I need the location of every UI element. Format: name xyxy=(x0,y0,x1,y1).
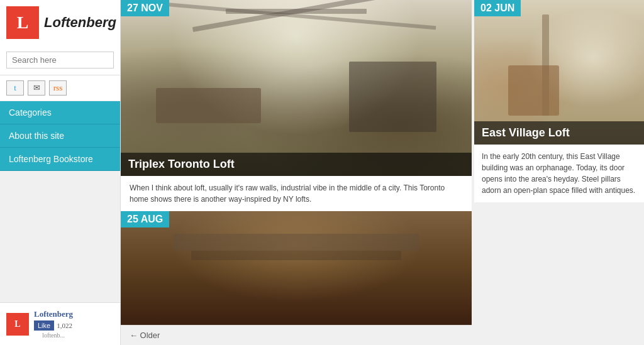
fb-name[interactable]: Loftenberg xyxy=(34,309,73,319)
triplex-title: Triplex Toronto Loft xyxy=(121,153,472,176)
aug-image-overlay xyxy=(121,211,472,325)
post-aug[interactable]: 25 AUG xyxy=(121,211,472,325)
decor-aug-beam2 xyxy=(191,251,402,260)
sidebar-item-bookstore[interactable]: Loftenberg Bookstore xyxy=(0,148,120,171)
sidebar-item-about[interactable]: About this site xyxy=(0,124,120,148)
fb-like-row: Like 1,022 xyxy=(34,320,73,331)
rss-icon[interactable]: rss xyxy=(49,80,67,96)
triplex-excerpt: When I think about loft, usually it's ra… xyxy=(121,176,472,211)
search-area xyxy=(0,45,120,75)
aug-image xyxy=(121,211,472,325)
decor-table xyxy=(349,62,437,132)
triplex-date-badge: 27 NOV xyxy=(121,0,169,16)
logo-area: L Loftenberg xyxy=(0,0,120,45)
sidebar-item-categories[interactable]: Categories xyxy=(0,101,120,124)
decor-couch xyxy=(508,65,559,116)
logo-icon: L xyxy=(6,6,39,39)
bottom-nav[interactable]: ← Older xyxy=(121,325,472,345)
east-village-title: East Village Loft xyxy=(474,121,644,145)
decor-aug-beam xyxy=(174,234,419,251)
social-icons: t ✉ rss xyxy=(0,75,120,101)
post-east-village[interactable]: 02 JUN East Village Loft xyxy=(474,0,644,145)
east-village-excerpt: In the early 20th century, this East Vil… xyxy=(474,145,644,202)
triplex-image xyxy=(121,0,472,176)
search-input[interactable] xyxy=(6,52,114,68)
left-column: 27 NOV Triplex Toronto Loft When I think… xyxy=(121,0,474,345)
aug-date-badge: 25 AUG xyxy=(121,211,169,227)
main-content: 27 NOV Triplex Toronto Loft When I think… xyxy=(121,0,644,345)
posts-grid: 27 NOV Triplex Toronto Loft When I think… xyxy=(121,0,644,345)
fb-sub-label: loftenb... xyxy=(34,332,73,339)
twitter-icon[interactable]: t xyxy=(6,80,24,96)
fb-like-button[interactable]: Like xyxy=(34,320,54,331)
fb-info: Loftenberg Like 1,022 loftenb... xyxy=(34,309,73,339)
sidebar: L Loftenberg t ✉ rss Categories About th… xyxy=(0,0,121,345)
right-column: 02 JUN East Village Loft In the early 20… xyxy=(474,0,644,345)
post-triplex[interactable]: 27 NOV Triplex Toronto Loft xyxy=(121,0,472,176)
fb-area: L Loftenberg Like 1,022 loftenb... xyxy=(0,302,120,345)
site-title[interactable]: Loftenberg xyxy=(44,14,116,31)
east-village-date-badge: 02 JUN xyxy=(474,0,521,16)
fb-count: 1,022 xyxy=(57,322,72,329)
fb-avatar: L xyxy=(6,313,29,336)
email-icon[interactable]: ✉ xyxy=(28,80,45,96)
decor-sofa xyxy=(156,88,261,123)
